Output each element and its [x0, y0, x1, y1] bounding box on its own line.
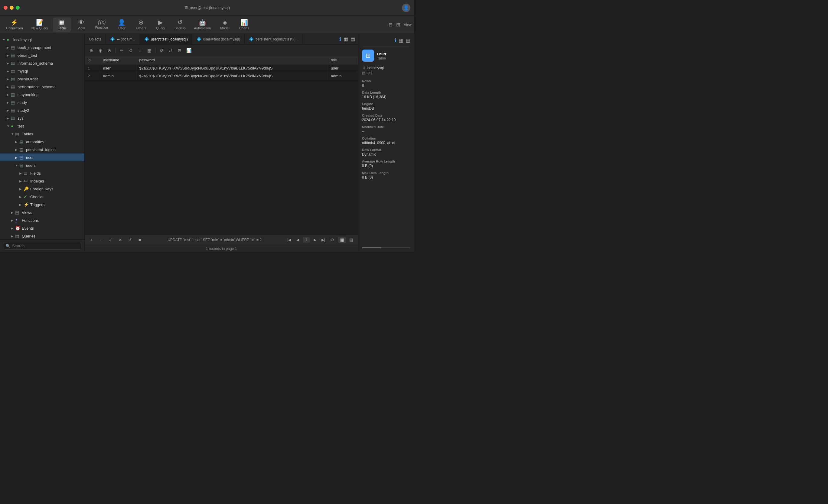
sidebar-item-performance-schema[interactable]: ▶ ▤ performance_schema — [0, 83, 84, 91]
chevron-right-icon: ▶ — [19, 195, 24, 198]
sidebar-item-test[interactable]: ▼ ● test — [0, 122, 84, 130]
sidebar-item-localmysql[interactable]: ▼ ● localmysql — [0, 36, 84, 44]
filter-btn[interactable]: ⊘ — [127, 47, 135, 54]
panel-rows-label: Rows — [362, 79, 410, 83]
panel-rows-value: 0 — [362, 83, 410, 88]
sidebar-item-sys[interactable]: ▶ ▤ sys — [0, 114, 84, 122]
view-toggle-icon2[interactable]: ⊞ — [396, 22, 400, 28]
sidebar-item-study[interactable]: ▶ ▤ study — [0, 98, 84, 106]
settings-btn[interactable]: ⚙ — [328, 237, 336, 243]
remove-record-btn[interactable]: − — [97, 237, 105, 243]
search-input[interactable] — [12, 243, 79, 248]
toolbar-automation[interactable]: 🤖 Automation — [191, 17, 215, 32]
sidebar-item-tables[interactable]: ▼ ▤ Tables — [0, 130, 84, 138]
maximize-button[interactable] — [16, 6, 19, 10]
toolbar-model[interactable]: ◈ Model — [216, 17, 234, 32]
sidebar-item-label: localmysql — [13, 38, 32, 42]
minimize-button[interactable] — [10, 6, 13, 10]
sidebar-item-authorities[interactable]: ▶ ▤ authorities — [0, 138, 84, 146]
list-icon[interactable]: ▤ — [350, 36, 355, 42]
copy-row-btn[interactable]: ◉ — [96, 47, 105, 54]
view-toggle-icon1[interactable]: ⊟ — [388, 22, 392, 28]
sidebar-item-study2[interactable]: ▶ ▤ study2 — [0, 106, 84, 114]
toolbar-query-label: Query — [156, 26, 165, 30]
sidebar-item-mysql[interactable]: ▶ ▤ mysql — [0, 67, 84, 75]
sidebar-item-ebean-test[interactable]: ▶ ▤ ebean_test — [0, 51, 84, 59]
tab-3[interactable]: 💠 user@test (localmysql) — [192, 34, 245, 44]
panel-modified-date: Modified Date -- — [362, 125, 410, 134]
tab-objects[interactable]: Objects — [85, 34, 106, 44]
tab-1[interactable]: 💠 ⬅ (localm... — [106, 34, 140, 44]
toolbar-function[interactable]: ƒ(x) Function — [92, 18, 112, 31]
sidebar-item-users[interactable]: ▼ ▤ users — [0, 162, 84, 169]
sidebar-item-events[interactable]: ▶ ⏰ Events — [0, 224, 84, 232]
sidebar-item-views[interactable]: ▶ ▤ Views — [0, 209, 84, 216]
sidebar-item-triggers[interactable]: ▶ ⚡ Triggers — [0, 201, 84, 209]
toolbar-model-label: Model — [220, 26, 229, 30]
collapse-btn[interactable]: ⊟ — [175, 47, 184, 54]
sidebar-item-staybooking[interactable]: ▶ ▤ staybooking — [0, 91, 84, 98]
search-input-wrap: 🔍 — [3, 242, 81, 249]
panel-collation: Collation utf8mb4_0900_ai_ci — [362, 137, 410, 145]
sidebar-item-book-management[interactable]: ▶ ▤ book_management — [0, 44, 84, 51]
sidebar-item-fields[interactable]: ▶ ▤ Fields — [0, 169, 84, 177]
close-button[interactable] — [4, 6, 7, 10]
toolbar-connection-label: Connection — [6, 26, 23, 30]
toolbar-query[interactable]: ▶ Query — [152, 17, 170, 32]
toolbar-connection[interactable]: ⚡ Connection — [2, 17, 27, 32]
toolbar-user[interactable]: 👤 User — [113, 17, 131, 32]
list-view-toggle[interactable]: ▤ — [347, 237, 355, 243]
add-record-btn[interactable]: + — [88, 237, 95, 243]
sidebar-item-queries[interactable]: ▶ ▤ Queries — [0, 232, 84, 239]
records-bar: 1 records in page 1 — [85, 245, 358, 252]
panel-grid-icon[interactable]: ▦ — [399, 38, 404, 43]
refresh-btn[interactable]: ↺ — [157, 47, 166, 54]
table-row[interactable]: 1 user $2a$10$uTKwy8nTXWSS8oBygcNGouBpgJ… — [85, 64, 358, 72]
key-icon: 🔑 — [24, 186, 29, 191]
sidebar-item-indexes[interactable]: ▶ A-Z Indexes — [0, 177, 84, 185]
sidebar-item-persistent-logins[interactable]: ▶ ▤ persistent_logins — [0, 146, 84, 153]
sidebar-item-functions[interactable]: ▶ ƒ Functions — [0, 216, 84, 224]
cancel-btn[interactable]: ✕ — [117, 237, 124, 243]
delete-row-btn[interactable]: ⊗ — [105, 47, 114, 54]
toolbar-new-query[interactable]: 📝 New Query — [28, 17, 52, 32]
table-row[interactable]: 2 admin $2a$10$uTKwy8nTXWSS8oBygcNGouBpg… — [85, 72, 358, 80]
toolbar-table[interactable]: ▦ Table — [53, 17, 71, 32]
info-icon[interactable]: ℹ — [339, 36, 341, 42]
tab-4[interactable]: 💠 persistent_logins@test (l... — [245, 34, 303, 44]
toolbar-charts[interactable]: 📊 Charts — [235, 17, 253, 32]
avatar[interactable]: 👤 — [402, 4, 410, 12]
sidebar-item-foreign-keys[interactable]: ▶ 🔑 Foreign Keys — [0, 185, 84, 193]
panel-list-icon[interactable]: ▤ — [406, 38, 410, 43]
sidebar-item-user[interactable]: ▶ ▤ user — [0, 153, 84, 162]
grid-view-toggle[interactable]: ▦ — [338, 237, 346, 243]
toolbar-view[interactable]: 👁 View — [72, 17, 90, 32]
last-page-btn[interactable]: ▶| — [320, 237, 327, 243]
sidebar-item-checks[interactable]: ▶ ✔ Checks — [0, 193, 84, 201]
exchange-btn[interactable]: ⇄ — [166, 47, 175, 54]
prev-page-btn[interactable]: ◀ — [294, 237, 301, 243]
next-page-btn[interactable]: ▶ — [312, 237, 318, 243]
grid-icon[interactable]: ▦ — [343, 36, 348, 42]
chevron-down-icon: ▼ — [2, 38, 7, 41]
sidebar-item-onlineorder[interactable]: ▶ ▤ onlineOrder — [0, 75, 84, 83]
refresh-record-btn[interactable]: ↺ — [126, 237, 134, 243]
commit-btn[interactable]: ✓ — [107, 237, 114, 243]
sort-btn[interactable]: ↕ — [136, 47, 144, 54]
stop-btn[interactable]: ■ — [136, 237, 143, 243]
cell-id: 2 — [85, 72, 100, 80]
grid-view-btn[interactable]: ▦ — [145, 47, 153, 54]
edit-btn[interactable]: ✏ — [118, 47, 126, 54]
chevron-right-icon: ▶ — [15, 156, 19, 159]
add-row-btn[interactable]: ⊕ — [87, 47, 95, 54]
tab-2[interactable]: 💠 user@test (localmysql) — [140, 34, 192, 44]
first-page-btn[interactable]: |◀ — [286, 237, 292, 243]
panel-info-icon[interactable]: ℹ — [395, 38, 397, 43]
sidebar-item-information-schema[interactable]: ▶ ▤ information_schema — [0, 59, 84, 67]
chevron-right-icon: ▶ — [11, 211, 15, 214]
chart-btn[interactable]: 📊 — [184, 47, 193, 54]
toolbar-others-label: Others — [136, 26, 146, 30]
toolbar-others[interactable]: ⊕ Others — [132, 17, 150, 32]
toolbar-backup[interactable]: ↺ Backup — [171, 17, 189, 32]
sidebar-item-label: mysql — [17, 69, 28, 74]
